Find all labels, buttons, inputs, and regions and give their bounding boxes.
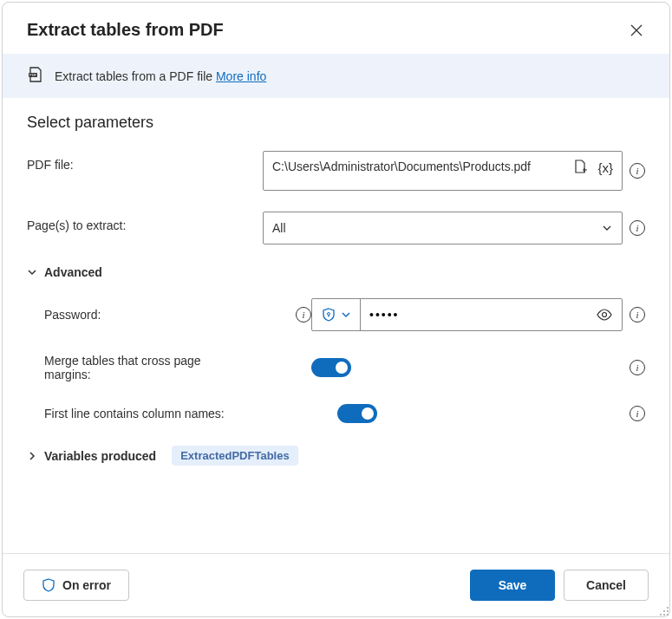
extract-tables-dialog: Extract tables from PDF PDF Extract tabl… xyxy=(2,2,670,617)
svg-point-2 xyxy=(327,313,329,316)
chevron-down-icon xyxy=(341,310,351,320)
pages-row: Page(s) to extract: All i xyxy=(27,212,645,244)
close-icon xyxy=(630,24,643,36)
pages-value: All xyxy=(272,221,286,235)
pages-info-icon[interactable]: i xyxy=(630,220,645,236)
advanced-expander[interactable]: Advanced xyxy=(27,265,645,279)
section-title: Select parameters xyxy=(27,114,645,132)
info-banner: PDF Extract tables from a PDF file More … xyxy=(3,54,669,98)
password-info-icon[interactable]: i xyxy=(630,307,645,323)
on-error-button[interactable]: On error xyxy=(23,570,129,601)
pdf-icon: PDF xyxy=(27,66,44,86)
chevron-down-icon xyxy=(27,267,37,277)
svg-point-7 xyxy=(660,614,662,616)
svg-point-6 xyxy=(667,610,669,612)
merge-tables-toggle[interactable] xyxy=(311,358,351,377)
save-button[interactable]: Save xyxy=(470,570,555,601)
variable-badge[interactable]: ExtractedPDFTables xyxy=(172,446,297,466)
firstline-info-icon[interactable]: i xyxy=(630,406,645,421)
cancel-button[interactable]: Cancel xyxy=(564,570,649,601)
password-row: Password: i xyxy=(44,298,645,331)
pages-dropdown[interactable]: All xyxy=(263,212,623,244)
password-label-info-icon[interactable]: i xyxy=(296,307,311,323)
shield-icon xyxy=(322,308,336,322)
pages-label: Page(s) to extract: xyxy=(27,212,263,232)
file-picker-icon[interactable] xyxy=(573,159,589,177)
eye-icon xyxy=(597,307,612,323)
dialog-title: Extract tables from PDF xyxy=(27,20,224,40)
svg-text:PDF: PDF xyxy=(29,73,37,77)
variable-icon[interactable]: {x} xyxy=(597,160,613,175)
svg-point-4 xyxy=(667,607,669,609)
dialog-header: Extract tables from PDF xyxy=(3,3,669,54)
svg-point-5 xyxy=(663,610,665,612)
variables-expander[interactable]: Variables produced ExtractedPDFTables xyxy=(27,446,645,466)
variables-title: Variables produced xyxy=(44,449,156,463)
svg-point-9 xyxy=(667,614,669,616)
merge-tables-label: Merge tables that cross page margins: xyxy=(44,354,209,381)
password-input[interactable] xyxy=(361,299,587,330)
more-info-link[interactable]: More info xyxy=(216,69,266,83)
banner-text: Extract tables from a PDF file More info xyxy=(55,69,266,83)
advanced-section: Password: i xyxy=(27,298,645,423)
pdf-file-row: PDF file: C:\Users\Administrator\Documen… xyxy=(27,151,645,191)
svg-point-8 xyxy=(663,614,665,616)
close-button[interactable] xyxy=(628,22,645,39)
cancel-label: Cancel xyxy=(586,578,626,592)
resize-grip-icon[interactable] xyxy=(658,605,670,617)
shield-icon xyxy=(42,578,55,592)
dialog-content: Select parameters PDF file: C:\Users\Adm… xyxy=(3,98,669,553)
dialog-footer: On error Save Cancel xyxy=(3,553,669,616)
merge-tables-row: Merge tables that cross page margins: i xyxy=(44,354,645,381)
on-error-label: On error xyxy=(62,578,111,592)
merge-tables-info-icon[interactable]: i xyxy=(630,360,645,375)
firstline-row: First line contains column names: i xyxy=(44,404,645,423)
pdf-file-input[interactable]: C:\Users\Administrator\Documents\Product… xyxy=(263,151,623,191)
chevron-right-icon xyxy=(27,451,37,461)
pdf-file-info-icon[interactable]: i xyxy=(630,163,645,179)
chevron-down-icon xyxy=(601,222,613,234)
pdf-file-value: C:\Users\Administrator\Documents\Product… xyxy=(272,159,566,175)
password-label: Password: xyxy=(44,308,290,322)
pdf-file-label: PDF file: xyxy=(27,151,263,172)
password-input-group xyxy=(311,298,623,331)
password-type-selector[interactable] xyxy=(312,299,361,330)
firstline-toggle[interactable] xyxy=(337,404,377,423)
advanced-title: Advanced xyxy=(44,265,102,279)
password-reveal-button[interactable] xyxy=(587,299,622,330)
save-label: Save xyxy=(499,578,527,592)
firstline-label: First line contains column names: xyxy=(44,407,225,420)
svg-point-3 xyxy=(603,313,607,317)
